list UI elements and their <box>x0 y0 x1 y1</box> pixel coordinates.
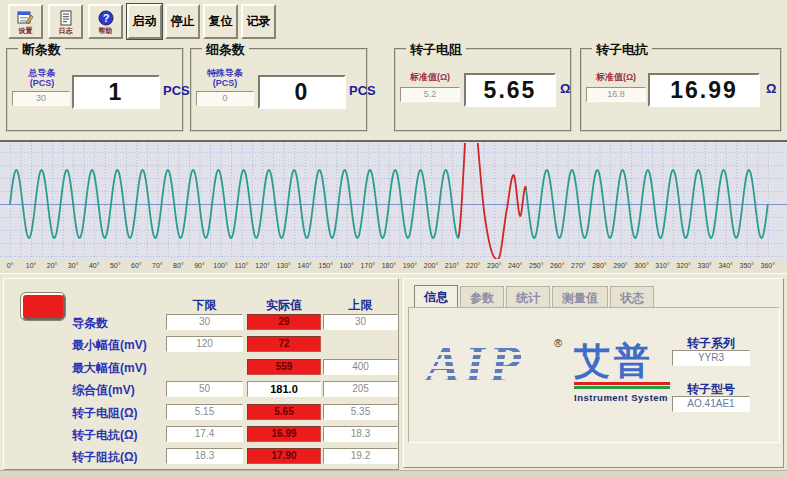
registered-mark-icon: ® <box>554 337 562 349</box>
help-button-label: 帮助 <box>99 27 113 35</box>
tab-info[interactable]: 信息 <box>414 285 458 307</box>
total-bars-label: 总导条(PCS) <box>14 68 70 88</box>
resistance-standard-label: 标准值(Ω) <box>398 72 462 82</box>
help-button[interactable]: ? 帮助 <box>88 4 123 39</box>
x-tick: 60° <box>126 262 146 269</box>
row-label: 最小幅值(mV) <box>72 337 147 354</box>
record-button[interactable]: 记录 <box>241 4 276 39</box>
x-tick: 110° <box>232 262 252 269</box>
rotor-reactance-panel: 转子电抗 标准值(Ω) 16.8 16.99 Ω <box>580 48 782 132</box>
tab-measurements[interactable]: 测量值 <box>552 286 608 307</box>
result-row-min-amplitude: 最小幅值(mV)12072 <box>4 334 400 356</box>
x-tick: 220° <box>463 262 483 269</box>
resistance-display: 5.65 <box>464 73 556 107</box>
row-label: 转子电阻(Ω) <box>72 405 138 422</box>
limit-upper-box[interactable]: 205 <box>323 381 398 397</box>
x-tick: 140° <box>295 262 315 269</box>
aip-logo-text: AIP <box>426 341 525 389</box>
limit-lower-box[interactable]: 30 <box>166 314 243 330</box>
resistance-standard-input[interactable]: 5.2 <box>400 87 460 102</box>
x-tick: 340° <box>716 262 736 269</box>
result-row-bar-count: 导条数302930 <box>4 312 400 334</box>
reactance-display: 16.99 <box>648 73 760 107</box>
limit-upper-box[interactable]: 19.2 <box>323 448 398 464</box>
limit-upper-box[interactable]: 18.3 <box>323 426 398 442</box>
row-label: 最大幅值(mV) <box>72 360 147 377</box>
broken-bars-display: 1 <box>72 75 160 109</box>
x-tick: 200° <box>421 262 441 269</box>
tab-status[interactable]: 状态 <box>610 286 654 307</box>
reactance-unit: Ω <box>766 81 776 96</box>
result-row-composite-value: 综合值(mV)50181.0205 <box>4 379 400 401</box>
broken-bars-panel: 断条数 总导条(PCS) 30 1 PCS <box>6 48 184 132</box>
x-tick: 360° <box>758 262 778 269</box>
results-headers: 下限 实际值 上限 <box>4 297 400 311</box>
status-bar <box>0 470 787 477</box>
actual-value-box: 5.65 <box>247 404 321 420</box>
x-tick: 240° <box>505 262 525 269</box>
x-tick: 250° <box>526 262 546 269</box>
waveform-canvas <box>0 142 787 259</box>
limit-lower-box[interactable]: 120 <box>166 336 243 352</box>
actual-value-box: 16.99 <box>247 426 321 442</box>
rotor-reactance-title: 转子电抗 <box>592 41 652 59</box>
row-label: 综合值(mV) <box>72 382 135 399</box>
x-tick: 160° <box>337 262 357 269</box>
x-tick: 330° <box>695 262 715 269</box>
tab-stats[interactable]: 统计 <box>506 286 550 307</box>
x-tick: 50° <box>105 262 125 269</box>
settings-button[interactable]: 设置 <box>8 4 43 39</box>
broken-bars-title: 断条数 <box>18 41 65 59</box>
result-row-rotor-impedance: 转子阻抗(Ω)18.317.9019.2 <box>4 446 400 468</box>
x-tick: 210° <box>442 262 462 269</box>
start-button[interactable]: 启动 <box>127 4 162 39</box>
x-axis-labels: 0°10°20°30°40°50°60°70°80°90°100°110°120… <box>0 259 787 275</box>
thin-bars-panel: 细条数 特殊导条(PCS) 0 0 PCS <box>190 48 368 132</box>
x-tick: 40° <box>84 262 104 269</box>
thin-bars-unit: PCS <box>349 83 376 98</box>
resistance-unit: Ω <box>560 81 570 96</box>
x-tick: 260° <box>547 262 567 269</box>
x-tick: 190° <box>400 262 420 269</box>
limit-upper-box[interactable]: 400 <box>323 359 398 375</box>
x-tick: 100° <box>211 262 231 269</box>
x-tick: 310° <box>653 262 673 269</box>
limit-lower-box[interactable]: 17.4 <box>166 426 243 442</box>
special-bars-input[interactable]: 0 <box>196 91 254 106</box>
actual-value-box: 72 <box>247 336 321 352</box>
total-bars-input[interactable]: 30 <box>12 91 70 106</box>
rotor-model-value[interactable]: AO.41AE1 <box>672 396 750 412</box>
log-button-label: 日志 <box>59 27 73 35</box>
reactance-standard-label: 标准值(Ω) <box>584 72 648 82</box>
limit-lower-box[interactable]: 50 <box>166 381 243 397</box>
row-label: 导条数 <box>72 315 108 332</box>
x-tick: 290° <box>610 262 630 269</box>
actual-value-box: 29 <box>247 314 321 330</box>
log-icon <box>59 9 73 27</box>
reactance-standard-input[interactable]: 16.8 <box>586 87 646 102</box>
limit-lower-box[interactable]: 5.15 <box>166 404 243 420</box>
x-tick: 150° <box>316 262 336 269</box>
x-tick: 170° <box>358 262 378 269</box>
reset-button[interactable]: 复位 <box>203 4 238 39</box>
actual-value-box: 181.0 <box>247 381 321 397</box>
limit-upper-box[interactable]: 5.35 <box>323 404 398 420</box>
limit-lower-box[interactable]: 18.3 <box>166 448 243 464</box>
limit-upper-box[interactable]: 30 <box>323 314 398 330</box>
aip-logo: AIP ® 艾普 Instrument System <box>426 341 676 389</box>
stop-button[interactable]: 停止 <box>165 4 200 39</box>
log-button[interactable]: 日志 <box>48 4 83 39</box>
x-tick: 10° <box>21 262 41 269</box>
toolbar: 设置 日志 ? 帮助 启动 停止 复位 记录 <box>0 0 787 42</box>
rotor-resistance-panel: 转子电阻 标准值(Ω) 5.2 5.65 Ω <box>394 48 572 132</box>
app-window: 设置 日志 ? 帮助 启动 停止 复位 记录 断条数 总导条(PCS) 30 1… <box>0 0 787 477</box>
result-row-rotor-reactance: 转子电抗(Ω)17.416.9918.3 <box>4 424 400 446</box>
actual-value-box: 559 <box>247 359 321 375</box>
tab-params[interactable]: 参数 <box>460 286 504 307</box>
x-tick: 230° <box>484 262 504 269</box>
x-tick: 270° <box>568 262 588 269</box>
rotor-series-value[interactable]: YYR3 <box>672 350 750 366</box>
info-panel: 信息参数统计测量值状态 AIP ® 艾普 Instrument System 转… <box>403 278 784 468</box>
x-tick: 320° <box>674 262 694 269</box>
actual-value-box: 17.90 <box>247 448 321 464</box>
